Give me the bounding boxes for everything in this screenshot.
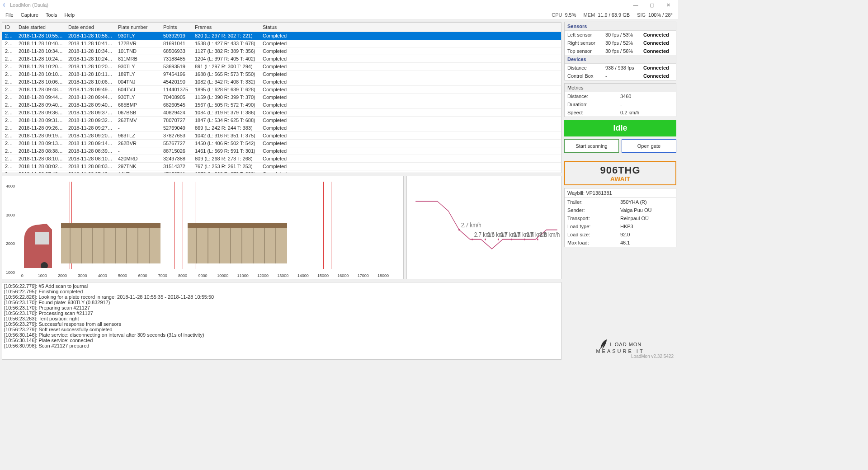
svg-point-25 — [472, 238, 473, 240]
table-row[interactable]: 21...2018-11-28 09:26:312018-11-28 09:27… — [2, 124, 561, 132]
speed-chart[interactable]: 2.7 km/h2.7 km/h2.6 km/h2.7 km/h2.7 km/h… — [406, 176, 561, 279]
table-row[interactable]: 21...2018-11-28 09:44:122018-11-28 09:44… — [2, 94, 561, 101]
log-line: [10:56:23.170]: Preparing scan #21127 — [4, 305, 559, 310]
info-row: Load type:HKP3 — [565, 222, 676, 230]
table-row[interactable]: 21...2018-11-28 09:19:502018-11-28 09:20… — [2, 132, 561, 140]
y-tick: 1000 — [6, 270, 15, 275]
table-row[interactable]: 21...2018-11-28 08:02:422018-11-28 08:03… — [2, 163, 561, 170]
close-button[interactable]: ✕ — [660, 2, 676, 8]
col-plate-number[interactable]: Plate number — [115, 23, 160, 32]
speed-chart-svg: 2.7 km/h2.7 km/h2.6 km/h2.7 km/h2.7 km/h… — [407, 176, 561, 279]
table-row[interactable]: 21...2018-11-28 08:38:512018-11-28 08:39… — [2, 147, 561, 155]
table-row[interactable]: 21...2018-11-28 10:40:362018-11-28 10:41… — [2, 40, 561, 47]
scan-table-panel: IDDate startedDate endedPlate numberPoin… — [2, 22, 561, 173]
table-row[interactable]: 21...2018-11-28 07:48:482018-11-28 07:49… — [2, 170, 561, 173]
table-row[interactable]: 21...2018-11-28 09:31:122018-11-28 09:32… — [2, 117, 561, 124]
log-line: [10:56:30.146]: Plate service: connected — [4, 338, 559, 343]
svg-point-23 — [458, 229, 460, 230]
brand-tagline: MEASURE IT — [596, 348, 644, 354]
svg-rect-12 — [188, 223, 287, 263]
menu-file[interactable]: File — [2, 11, 17, 19]
x-tick: 5000 — [118, 273, 127, 278]
info-row: Trailer:350YHA (R) — [565, 198, 676, 206]
info-row: Distance938 / 938 fpsConnected — [565, 64, 676, 72]
waybill-panel: Waybill: VP1381381 Trailer:350YHA (R)Sen… — [564, 188, 676, 247]
col-points[interactable]: Points — [160, 23, 192, 32]
log-line: [10:56:23.263]: Tent position: right — [4, 316, 559, 321]
info-row: Load size:92.0 — [565, 230, 676, 239]
menu-help[interactable]: Help — [61, 11, 79, 19]
log-line: [10:56:23.170]: Processing scan #21127 — [4, 310, 559, 316]
scan-table-scroll[interactable]: IDDate startedDate endedPlate numberPoin… — [2, 22, 561, 173]
system-stats: CPU9.5% MEM11.9 / 63.9 GB SIG100% / 28° — [552, 12, 676, 18]
table-row[interactable]: 21...2018-11-28 10:34:072018-11-28 10:34… — [2, 47, 561, 55]
waybill-header: Waybill: VP1381381 — [565, 188, 676, 198]
x-tick: 8000 — [178, 273, 187, 278]
scan-profile-chart[interactable]: 4000300020001000010002000300040005000600… — [2, 176, 404, 279]
log-panel[interactable]: [10:56:22.779]: #5 Add scan to journal[1… — [2, 282, 561, 360]
x-tick: 3000 — [78, 273, 87, 278]
info-row: Transport:Reinpaul OÜ — [565, 214, 676, 222]
info-row: Duration:- — [565, 100, 676, 108]
table-row[interactable]: 21...2018-11-28 10:20:342018-11-28 10:20… — [2, 63, 561, 70]
table-row[interactable]: 21...2018-11-28 09:48:462018-11-28 09:49… — [2, 86, 561, 94]
sensors-header: Sensors — [565, 22, 676, 31]
table-row[interactable]: 21...2018-11-28 10:55:452018-11-28 10:56… — [2, 32, 561, 40]
open-gate-button[interactable]: Open gate — [622, 139, 676, 153]
table-row[interactable]: 21...2018-11-28 09:40:142018-11-28 09:40… — [2, 101, 561, 109]
table-row[interactable]: 21...2018-11-28 10:24:212018-11-28 10:24… — [2, 55, 561, 63]
y-tick: 4000 — [6, 184, 15, 188]
svg-text:2.7 km/h: 2.7 km/h — [461, 221, 481, 229]
metrics-header: Metrics — [565, 84, 676, 92]
col-date-ended[interactable]: Date ended — [66, 23, 115, 32]
col-frames[interactable]: Frames — [192, 23, 260, 32]
scan-table: IDDate startedDate endedPlate numberPoin… — [2, 22, 561, 173]
minimize-button[interactable]: — — [627, 2, 644, 8]
svg-point-27 — [485, 238, 486, 240]
x-tick: 12000 — [257, 273, 269, 278]
x-tick: 18000 — [377, 273, 389, 278]
truck-scan-silhouette — [19, 218, 56, 268]
log-line: [10:56:23.170]: Found plate: 930TLY (0.8… — [4, 300, 559, 305]
sensors-panel: Sensors Left sensor30 fps / 53%Connected… — [564, 22, 676, 80]
svg-rect-3 — [61, 223, 160, 228]
svg-rect-2 — [61, 223, 160, 263]
plate-await: AWAIT — [565, 175, 675, 183]
scan-marker — [331, 182, 331, 269]
menu-capture[interactable]: Capture — [17, 11, 42, 19]
menu-tools[interactable]: Tools — [42, 11, 61, 19]
scan-marker — [183, 182, 183, 269]
info-row: Max load:46.1 — [565, 239, 676, 247]
x-tick: 2000 — [58, 273, 67, 278]
x-tick: 16000 — [337, 273, 349, 278]
info-row: Distance:3460 — [565, 92, 676, 100]
x-tick: 9000 — [198, 273, 207, 278]
version-label: LoadMon v2.32.5422 — [631, 354, 676, 360]
app-icon — [2, 2, 7, 8]
table-row[interactable]: 21...2018-11-28 10:06:262018-11-28 10:06… — [2, 78, 561, 86]
trailer1-scan-silhouette — [61, 218, 160, 268]
col-status[interactable]: Status — [260, 23, 561, 32]
table-row[interactable]: 21...2018-11-28 08:10:232018-11-28 08:10… — [2, 155, 561, 163]
menubar: File Capture Tools Help CPU9.5% MEM11.9 … — [0, 10, 678, 20]
log-line: [10:56:22.795]: Finishing completed — [4, 289, 559, 294]
table-row[interactable]: 21...2018-11-28 10:10:552018-11-28 10:11… — [2, 70, 561, 78]
info-row: Sender:Valga Puu OÜ — [565, 206, 676, 214]
log-line: [10:56:30.998]: Scan #21127 prepared — [4, 343, 559, 348]
svg-text:2.8 km/h: 2.8 km/h — [539, 231, 560, 239]
table-row[interactable]: 21...2018-11-28 09:13:352018-11-28 09:14… — [2, 140, 561, 147]
col-id[interactable]: ID — [2, 23, 16, 32]
start-scanning-button[interactable]: Start scanning — [564, 139, 619, 153]
x-tick: 1000 — [38, 273, 47, 278]
table-row[interactable]: 21...2018-11-28 09:36:362018-11-28 09:37… — [2, 109, 561, 117]
log-line: [10:56:30.146]: Plate service: disconnec… — [4, 332, 559, 338]
col-date-started[interactable]: Date started — [16, 23, 66, 32]
x-tick: 0 — [21, 273, 24, 278]
scan-marker — [175, 182, 175, 269]
svg-point-29 — [498, 238, 499, 240]
maximize-button[interactable]: ▢ — [644, 2, 660, 8]
x-tick: 10000 — [217, 273, 228, 278]
plate-number: 906THG — [565, 164, 675, 176]
x-tick: 14000 — [297, 273, 309, 278]
svg-point-35 — [537, 238, 538, 240]
